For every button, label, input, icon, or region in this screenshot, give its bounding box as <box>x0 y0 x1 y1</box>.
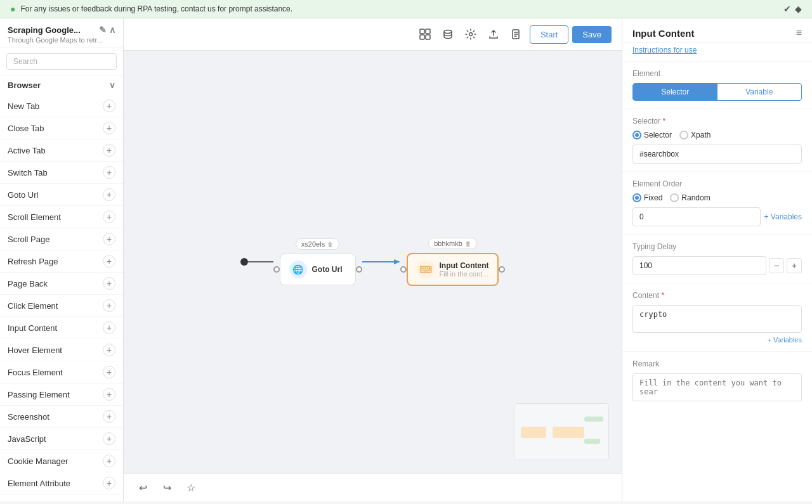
verified-icon[interactable]: ✔ <box>783 4 791 14</box>
instructions-link[interactable]: Instructions for use <box>622 43 812 61</box>
sidebar-header: Scraping Google... ✎ ∧ Through Google Ma… <box>0 18 123 48</box>
start-button[interactable]: Start <box>530 25 568 44</box>
content-variables-link[interactable]: + Variables <box>632 336 802 344</box>
search-box <box>0 48 123 75</box>
save-button[interactable]: Save <box>572 26 612 43</box>
sidebar-item-new-tab[interactable]: New Tab + <box>0 95 123 117</box>
node2-left-connector <box>400 266 407 273</box>
add-close-tab-button[interactable]: + <box>103 122 115 134</box>
typing-delay-plus-button[interactable]: + <box>787 258 802 273</box>
sidebar-item-click-element[interactable]: Click Element + <box>0 295 123 317</box>
project-subtitle: Through Google Maps to retr... <box>8 36 115 44</box>
title-icons: ✎ ∧ <box>99 25 115 35</box>
sidebar-item-label: Hover Element <box>8 346 62 355</box>
sidebar-item-label: Click Element <box>8 301 58 311</box>
selector-radio-xpath[interactable]: Xpath <box>679 131 710 139</box>
node1-text: Goto Url <box>312 265 343 274</box>
favorite-button[interactable]: ☆ <box>182 479 200 496</box>
add-javascript-button[interactable]: + <box>103 432 115 445</box>
add-active-tab-button[interactable]: + <box>103 144 115 157</box>
sidebar-item-label: New Tab <box>8 101 39 111</box>
svg-rect-1 <box>426 29 430 34</box>
sidebar-item-label: Scroll Element <box>8 212 61 222</box>
settings-icon[interactable] <box>461 25 480 44</box>
sidebar-item-switch-tab[interactable]: Switch Tab + <box>0 162 123 184</box>
sidebar-item-input-content[interactable]: Input Content + <box>0 317 123 339</box>
project-title-row: Scraping Google... ✎ ∧ <box>8 25 115 35</box>
fixed-radio[interactable]: Fixed <box>632 193 662 202</box>
browser-section-header[interactable]: Browser ∨ <box>0 75 123 95</box>
typing-delay-minus-button[interactable]: − <box>769 258 784 273</box>
collapse-icon[interactable]: ∧ <box>109 25 115 35</box>
content-textarea[interactable]: crypto <box>632 305 802 333</box>
add-input-content-button[interactable]: + <box>103 321 115 334</box>
add-switch-tab-button[interactable]: + <box>103 166 115 179</box>
add-screenshot-button[interactable]: + <box>103 410 115 423</box>
order-variables-link[interactable]: + Variables <box>764 212 802 221</box>
sidebar-item-focus-element[interactable]: Focus Element + <box>0 361 123 384</box>
add-passing-element-button[interactable]: + <box>103 388 115 401</box>
sidebar-item-active-tab[interactable]: Active Tab + <box>0 139 123 162</box>
typing-delay-input[interactable] <box>632 256 766 275</box>
sidebar-item-scroll-page[interactable]: Scroll Page + <box>0 228 123 250</box>
node1-delete-icon[interactable]: 🗑 <box>327 241 334 248</box>
add-goto-url-button[interactable]: + <box>103 188 115 201</box>
sidebar-item-label: Element Attribute <box>8 479 70 488</box>
connector-arrow <box>362 255 400 268</box>
sidebar-item-javascript[interactable]: JavaScript + <box>0 428 123 450</box>
node2-delete-icon[interactable]: 🗑 <box>465 240 471 247</box>
add-page-back-button[interactable]: + <box>103 277 115 290</box>
add-focus-element-button[interactable]: + <box>103 366 115 378</box>
add-click-element-button[interactable]: + <box>103 299 115 312</box>
node1-label: xs20els 🗑 <box>296 238 339 250</box>
add-scroll-page-button[interactable]: + <box>103 233 115 245</box>
remark-textarea[interactable] <box>632 373 802 401</box>
input-content-node[interactable]: ⌨ Input Content Fill in the cont... <box>407 253 499 286</box>
sidebar-item-goto-url[interactable]: Goto Url + <box>0 184 123 206</box>
grid-icon[interactable] <box>416 25 435 44</box>
sidebar-item-page-back[interactable]: Page Back + <box>0 273 123 295</box>
sidebar-item-passing-element[interactable]: Passing Element + <box>0 384 123 406</box>
sidebar-item-scroll-element[interactable]: Scroll Element + <box>0 206 123 228</box>
edit-icon[interactable]: ✎ <box>99 25 107 35</box>
check-icon: ● <box>10 4 15 14</box>
sidebar-item-hover-element[interactable]: Hover Element + <box>0 339 123 361</box>
sidebar-item-cookie-manager[interactable]: Cookie Manager + <box>0 450 123 472</box>
sidebar-item-close-tab[interactable]: Close Tab + <box>0 117 123 139</box>
order-input[interactable] <box>632 207 761 226</box>
variable-tab[interactable]: Variable <box>717 84 802 100</box>
sidebar-item-label: Screenshot <box>8 412 49 422</box>
database-icon[interactable] <box>438 25 457 44</box>
add-refresh-page-button[interactable]: + <box>103 255 115 268</box>
redo-button[interactable]: ↪ <box>158 479 176 496</box>
panel-menu-icon[interactable]: ≡ <box>796 27 802 39</box>
input-content-node-wrapper: bbhkmkb 🗑 ⌨ Input Content Fill in the co… <box>400 238 506 286</box>
discord-icon[interactable]: ◆ <box>795 4 802 14</box>
sidebar-item-label: Active Tab <box>8 146 46 155</box>
mini-map <box>514 403 609 460</box>
selector-input[interactable] <box>632 145 802 164</box>
add-cookie-manager-button[interactable]: + <box>103 455 115 467</box>
sidebar-item-refresh-page[interactable]: Refresh Page + <box>0 250 123 273</box>
selector-label: Selector * <box>632 117 802 126</box>
sidebar-item-label: Page Back <box>8 279 48 288</box>
add-hover-element-button[interactable]: + <box>103 344 115 356</box>
sidebar-item-element-attribute[interactable]: Element Attribute + <box>0 472 123 494</box>
upload-icon[interactable] <box>484 25 503 44</box>
svg-marker-9 <box>394 259 400 264</box>
goto-url-node[interactable]: 🌐 Goto Url <box>280 254 356 285</box>
search-input[interactable] <box>6 53 117 70</box>
selector-radio-selector[interactable]: Selector <box>632 131 672 139</box>
add-scroll-element-button[interactable]: + <box>103 210 115 223</box>
selector-tab[interactable]: Selector <box>633 84 717 100</box>
sidebar-item-label: Goto Url <box>8 190 38 200</box>
content-section: Content * crypto + Variables <box>622 283 812 352</box>
undo-button[interactable]: ↩ <box>134 479 152 496</box>
sidebar-item-screenshot[interactable]: Screenshot + <box>0 406 123 428</box>
file-icon[interactable] <box>507 25 526 44</box>
element-tab-group: Selector Variable <box>632 83 802 101</box>
add-element-attribute-button[interactable]: + <box>103 477 115 489</box>
add-new-tab-button[interactable]: + <box>103 100 115 112</box>
random-radio[interactable]: Random <box>670 193 710 202</box>
notification-links: ✔ ◆ <box>783 4 802 14</box>
